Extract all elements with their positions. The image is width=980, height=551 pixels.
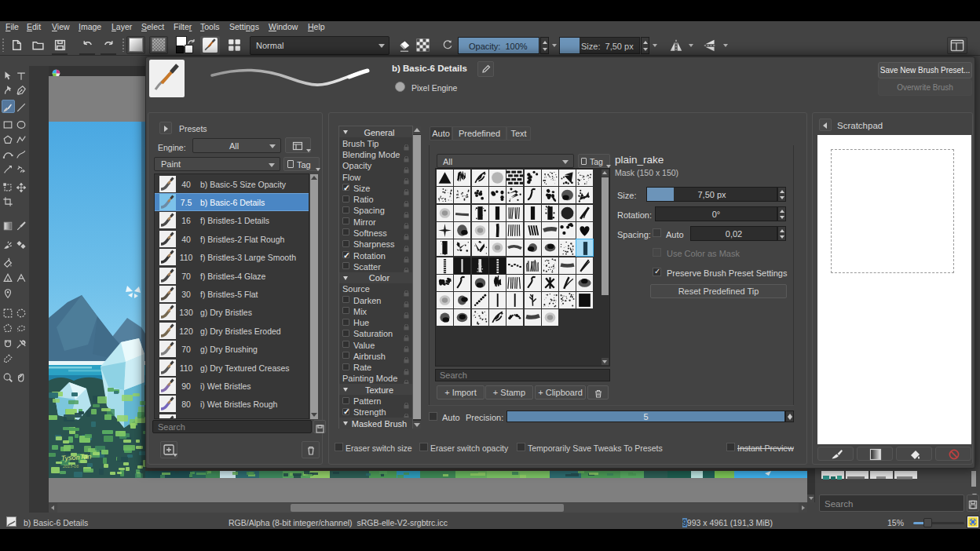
- svg-text:2015-06: 2015-06: [62, 464, 79, 469]
